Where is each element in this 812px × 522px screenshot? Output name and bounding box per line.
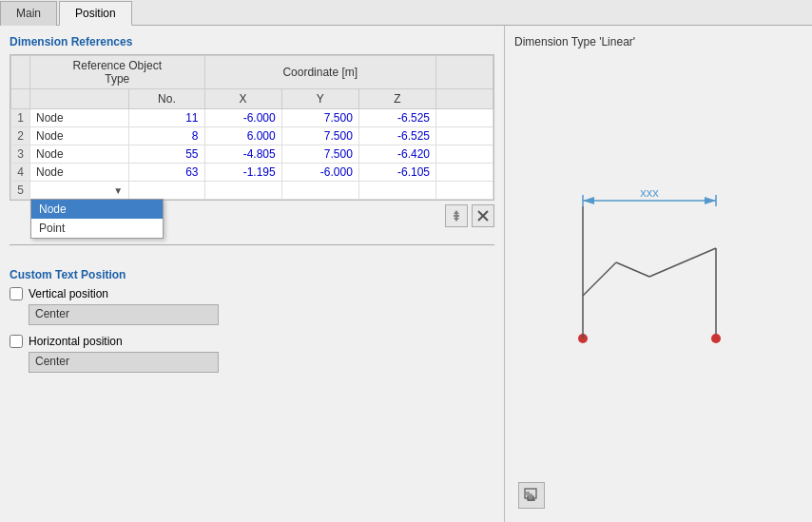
row-num-3: 3 [11, 145, 30, 164]
right-panel-bottom [514, 478, 802, 512]
col-header-coordinate: Coordinate [m] [204, 56, 435, 89]
svg-line-11 [616, 262, 649, 277]
tab-position[interactable]: Position [59, 1, 132, 26]
col-header-num [11, 89, 30, 109]
horizontal-position-input[interactable]: Center [29, 352, 219, 373]
vertical-position-checkbox[interactable] [10, 287, 23, 300]
delete-button[interactable] [472, 204, 494, 227]
row-z-5 [358, 182, 435, 200]
svg-text:xxx: xxx [640, 185, 659, 200]
move-icon [450, 209, 463, 222]
export-icon [523, 487, 540, 504]
row-z-3: -6.420 [358, 145, 435, 164]
right-panel-title: Dimension Type 'Linear' [514, 35, 802, 48]
horizontal-position-checkbox[interactable] [10, 335, 23, 348]
left-panel: Dimension References Reference ObjectTyp… [0, 26, 504, 522]
tab-bar: Main Position [0, 0, 812, 26]
row-y-1: 7.500 [281, 109, 358, 127]
col-header-z-empty [436, 56, 493, 89]
row-num-1: 1 [11, 109, 30, 127]
row-x-1: -6.000 [204, 109, 281, 127]
table-row: 2 Node 8 6.000 7.500 -6.525 [11, 127, 493, 145]
row-num-5: 5 [11, 182, 30, 200]
table-row: 3 Node 55 -4.805 7.500 -6.420 [11, 145, 493, 164]
row-num-2: 2 [11, 127, 30, 145]
row-no-1: 11 [129, 109, 204, 127]
right-panel: Dimension Type 'Linear' xxx [504, 26, 812, 522]
row-no-3: 55 [129, 145, 204, 164]
row-z-1: -6.525 [358, 109, 435, 127]
svg-line-10 [583, 262, 616, 296]
row-y-4: -6.000 [281, 164, 358, 182]
vertical-position-input[interactable]: Center [29, 304, 219, 325]
row-type-2: Node [30, 127, 129, 145]
col-header-z: Z [358, 89, 435, 109]
row-x-4: -1.195 [204, 164, 281, 182]
col-header-empty [11, 56, 30, 89]
custom-text-section: Custom Text Position Vertical position C… [10, 268, 494, 382]
row-extra-1 [436, 109, 493, 127]
tab-main[interactable]: Main [0, 1, 57, 26]
row-x-2: 6.000 [204, 127, 281, 145]
svg-line-12 [649, 248, 716, 277]
table-row: 1 Node 11 -6.000 7.500 -6.525 [11, 109, 493, 127]
dimension-references-section: Dimension References Reference ObjectTyp… [10, 35, 494, 227]
horizontal-position-label: Horizontal position [29, 335, 123, 348]
row-extra-4 [436, 164, 493, 182]
diagram-area: xxx [514, 56, 802, 478]
dimension-table: Reference ObjectType Coordinate [m] No. … [10, 55, 493, 200]
row-y-3: 7.500 [281, 145, 358, 164]
row-z-2: -6.525 [358, 127, 435, 145]
svg-marker-4 [583, 197, 594, 204]
row-y-5 [281, 182, 358, 200]
col-header-ref-obj: Reference ObjectType [30, 56, 205, 89]
col-header-extra [436, 89, 493, 109]
section-divider [10, 244, 494, 245]
col-header-type [30, 89, 129, 109]
row-num-4: 4 [11, 164, 30, 182]
bottom-icon-button[interactable] [518, 482, 545, 509]
delete-icon [477, 210, 489, 222]
row-no-5 [129, 182, 204, 200]
dimension-table-wrapper: Reference ObjectType Coordinate [m] No. … [10, 54, 494, 201]
row-extra-3 [436, 145, 493, 164]
horizontal-position-row: Horizontal position [10, 335, 494, 348]
dimension-references-title: Dimension References [10, 35, 494, 48]
move-button[interactable] [445, 204, 468, 227]
row-type-3: Node [30, 145, 129, 164]
vertical-position-label: Vertical position [29, 287, 108, 300]
row-type-4: Node [30, 164, 129, 182]
row-type-1: Node [30, 109, 129, 127]
col-header-no: No. [129, 89, 204, 109]
table-row-5: 5 ▼ Node Point [11, 182, 493, 200]
table-row: 4 Node 63 -1.195 -6.000 -6.105 [11, 164, 493, 182]
svg-marker-0 [454, 210, 459, 222]
row-type-5-cell[interactable]: ▼ Node Point [30, 182, 129, 200]
svg-marker-5 [705, 197, 716, 204]
dimension-diagram: xxx [564, 172, 754, 381]
custom-text-title: Custom Text Position [10, 268, 494, 281]
row-extra-5 [436, 182, 493, 200]
row-x-5 [204, 182, 281, 200]
dropdown-option-node[interactable]: Node [31, 200, 163, 219]
row-z-4: -6.105 [358, 164, 435, 182]
row-y-2: 7.500 [281, 127, 358, 145]
row-extra-2 [436, 127, 493, 145]
type-dropdown-menu[interactable]: Node Point [30, 199, 164, 239]
svg-point-15 [711, 334, 721, 343]
dropdown-option-point[interactable]: Point [31, 219, 163, 238]
dropdown-arrow-icon[interactable]: ▼ [113, 185, 123, 196]
col-header-x: X [204, 89, 281, 109]
row-no-4: 63 [129, 164, 204, 182]
col-header-y: Y [281, 89, 358, 109]
vertical-position-row: Vertical position [10, 287, 494, 300]
row-x-3: -4.805 [204, 145, 281, 164]
row-no-2: 8 [129, 127, 204, 145]
